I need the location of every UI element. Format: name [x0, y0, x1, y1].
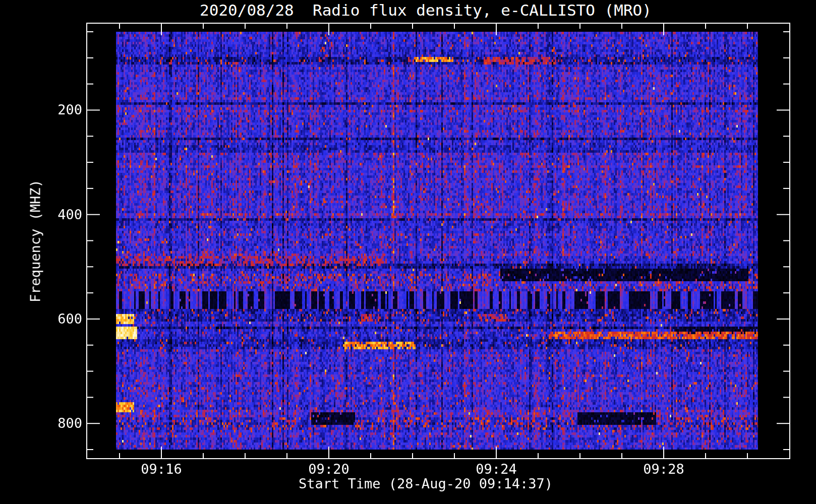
y-tick-label: 600: [29, 311, 82, 327]
x-tick-label: 09:24: [461, 462, 532, 477]
x-tick-label: 09:20: [294, 462, 364, 477]
x-tick-label: 09:28: [628, 462, 699, 477]
x-axis-label: Start Time (28-Aug-20 09:14:37): [299, 476, 553, 491]
axes-frame: [0, 0, 816, 504]
y-tick-label: 200: [29, 102, 82, 117]
y-tick-label: 400: [29, 207, 82, 222]
y-axis-label: Frequency (MHZ): [28, 179, 43, 302]
x-tick-label: 09:16: [126, 462, 197, 477]
y-tick-label: 800: [29, 416, 82, 431]
spectrogram-page: 2020/08/28 Radio flux density, e-CALLIST…: [0, 0, 816, 504]
